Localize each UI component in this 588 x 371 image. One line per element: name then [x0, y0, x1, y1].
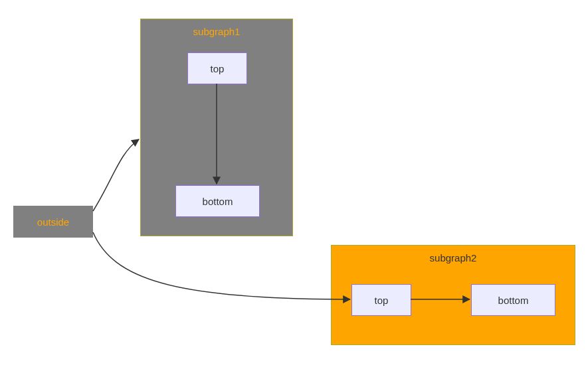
subgraph2: subgraph2 top bottom [331, 245, 575, 345]
subgraph2-node-bottom-label: bottom [498, 295, 529, 306]
flow-diagram: outside subgraph1 top bottom subgraph2 t… [0, 0, 588, 371]
node-outside-label: outside [37, 216, 69, 228]
subgraph1-title: subgraph1 [141, 26, 292, 37]
subgraph1: subgraph1 top bottom [140, 19, 293, 236]
subgraph2-node-top: top [351, 284, 411, 316]
subgraph2-title: subgraph2 [332, 252, 575, 263]
node-outside: outside [13, 206, 93, 238]
subgraph2-node-bottom: bottom [471, 284, 555, 316]
subgraph1-node-bottom-label: bottom [203, 196, 233, 207]
subgraph1-node-top: top [187, 52, 247, 84]
subgraph1-node-bottom: bottom [175, 185, 260, 217]
edge-outside-to-subgraph2-top [93, 232, 350, 299]
subgraph2-node-top-label: top [375, 295, 389, 306]
subgraph1-node-top-label: top [211, 63, 225, 74]
edge-outside-to-subgraph1 [93, 139, 139, 211]
